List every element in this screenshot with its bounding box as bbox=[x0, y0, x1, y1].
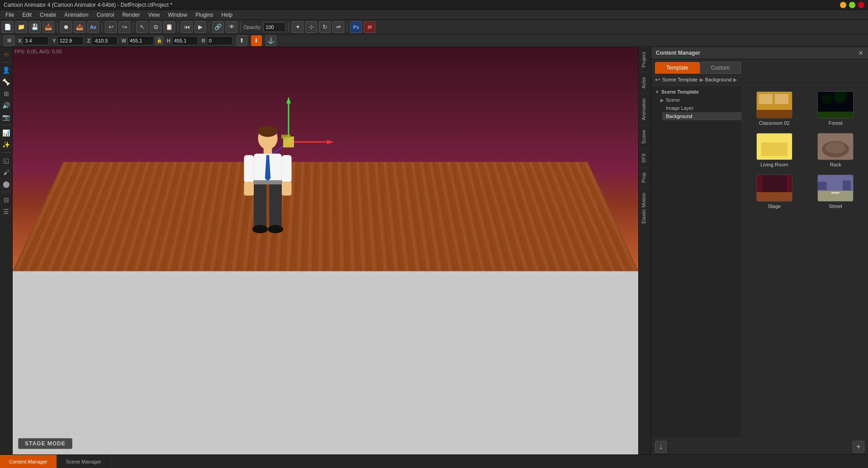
scene-manager-tab[interactable]: Scene Manager bbox=[57, 455, 111, 468]
breadcrumb-back-button[interactable]: ↩ bbox=[655, 76, 660, 83]
svg-rect-30 bbox=[761, 142, 787, 156]
mask-button[interactable]: ◱ bbox=[1, 155, 12, 166]
grid-label-stage: Stage bbox=[768, 203, 781, 209]
minimize-button[interactable] bbox=[840, 2, 846, 8]
r-input[interactable] bbox=[207, 36, 233, 45]
export-button[interactable]: 📤 bbox=[74, 21, 85, 33]
svg-rect-17 bbox=[282, 155, 292, 183]
play-button[interactable]: ▶ bbox=[194, 21, 206, 33]
grid-item-living-room[interactable]: Living Room bbox=[745, 131, 803, 169]
link-button[interactable]: 🔗 bbox=[212, 21, 224, 33]
tab-animation[interactable]: Animation bbox=[639, 93, 651, 125]
tree-background[interactable]: Background bbox=[662, 112, 741, 120]
mesh-button[interactable]: ⊞ bbox=[1, 88, 12, 99]
h-input[interactable] bbox=[172, 36, 198, 45]
content-manager-tab[interactable]: Content Manager bbox=[0, 455, 57, 468]
effects-button[interactable]: ✨ bbox=[1, 139, 12, 150]
ae-button[interactable]: Ae bbox=[87, 21, 99, 33]
z-input[interactable] bbox=[91, 36, 118, 45]
content-manager-panel: Content Manager ✕ Template Custom ↩ Scen… bbox=[651, 47, 868, 454]
paint-button[interactable]: 🖌 bbox=[1, 167, 12, 178]
template-tab[interactable]: Template bbox=[655, 62, 700, 74]
grid-items-container: Classroom 02 Forest bbox=[745, 90, 864, 211]
grid-item-rock[interactable]: Rock bbox=[807, 131, 865, 169]
menu-animation[interactable]: Animation bbox=[61, 11, 92, 19]
menu-window[interactable]: Window bbox=[164, 11, 191, 19]
lt-sep-4 bbox=[2, 192, 11, 192]
character-button[interactable]: 👤 bbox=[1, 65, 12, 76]
save-button[interactable]: 💾 bbox=[29, 21, 41, 33]
menu-render[interactable]: Render bbox=[119, 11, 143, 19]
grid-button[interactable]: ⊟ bbox=[1, 194, 12, 205]
y-input[interactable] bbox=[57, 36, 84, 45]
redo-button[interactable]: ↪ bbox=[119, 21, 130, 33]
w-input[interactable] bbox=[128, 36, 154, 45]
download-button[interactable]: ↓ bbox=[655, 441, 667, 453]
thumb-street bbox=[817, 175, 854, 202]
maximize-button[interactable] bbox=[849, 2, 855, 8]
tab-prop[interactable]: Prop bbox=[639, 167, 651, 187]
tree-scene-template[interactable]: ▼ Scene Template bbox=[651, 88, 741, 96]
m-button[interactable]: M bbox=[364, 21, 375, 33]
tab-actor[interactable]: Actor bbox=[639, 72, 651, 93]
menu-control[interactable]: Control bbox=[93, 11, 118, 19]
thumb-classroom02 bbox=[756, 91, 792, 118]
separator-1 bbox=[57, 23, 57, 32]
new-button[interactable]: 📄 bbox=[2, 21, 14, 33]
paste-button[interactable]: 📋 bbox=[163, 21, 175, 33]
close-window-button[interactable] bbox=[858, 2, 864, 8]
eye-button[interactable]: 👁 bbox=[226, 21, 237, 33]
transform-button[interactable]: ⊹ bbox=[305, 21, 317, 33]
move-button[interactable]: ✦ bbox=[292, 21, 304, 33]
layers-button[interactable]: ☰ bbox=[1, 206, 12, 217]
add-button[interactable]: + bbox=[853, 441, 864, 453]
import-button[interactable]: 📥 bbox=[43, 21, 54, 33]
menu-edit[interactable]: Edit bbox=[19, 11, 35, 19]
opacity-input[interactable] bbox=[263, 22, 286, 32]
camera-button[interactable]: 📷 bbox=[1, 112, 12, 123]
flip-button[interactable]: ⇌ bbox=[332, 21, 344, 33]
title-bar: Cartoon Animator 4 (Cartoon Animator 4-6… bbox=[0, 0, 868, 10]
content-tree: ▼ Scene Template ▶ Scene Image Layer Bac… bbox=[651, 86, 742, 438]
grid-item-stage[interactable]: Stage bbox=[745, 173, 803, 211]
grid-item-forest[interactable]: Forest bbox=[807, 90, 865, 128]
menu-help[interactable]: Help bbox=[218, 11, 236, 19]
bone-button[interactable]: 🦴 bbox=[1, 76, 12, 87]
record-button[interactable]: ⏺ bbox=[60, 21, 72, 33]
custom-tab[interactable]: Custom bbox=[700, 62, 741, 74]
audio-button[interactable]: 🔊 bbox=[1, 100, 12, 111]
ps-button[interactable]: Ps bbox=[350, 21, 362, 33]
grid-toggle[interactable]: ⊞ bbox=[4, 35, 14, 46]
lock-width-button[interactable]: 🔒 bbox=[155, 36, 163, 45]
undo-button[interactable]: ↩ bbox=[105, 21, 117, 33]
menu-plugins[interactable]: Plugins bbox=[192, 11, 217, 19]
menu-create[interactable]: Create bbox=[36, 11, 60, 19]
rotate-button[interactable]: ↻ bbox=[319, 21, 331, 33]
menu-view[interactable]: View bbox=[144, 11, 163, 19]
tree-image-layer[interactable]: Image Layer bbox=[662, 104, 741, 112]
content-manager-close-button[interactable]: ✕ bbox=[858, 49, 863, 57]
grid-item-classroom02[interactable]: Classroom 02 bbox=[745, 90, 803, 128]
viewport-grid bbox=[13, 271, 638, 454]
x-input[interactable] bbox=[23, 36, 49, 45]
tab-project[interactable]: Project bbox=[639, 47, 651, 72]
menu-file[interactable]: File bbox=[2, 11, 18, 19]
svg-rect-24 bbox=[775, 94, 788, 104]
table-button[interactable]: 📊 bbox=[1, 128, 12, 138]
align-top-button[interactable]: ⬆ bbox=[237, 35, 247, 46]
copy-button[interactable]: ⧉ bbox=[150, 21, 161, 33]
tree-scene[interactable]: ▶ Scene bbox=[657, 96, 741, 104]
prev-frame-button[interactable]: ⏮ bbox=[181, 21, 193, 33]
align-bottom-button[interactable]: ⬇ bbox=[251, 35, 262, 46]
tab-elastic-motion[interactable]: Elastic Motion bbox=[639, 188, 651, 228]
title-text: Cartoon Animator 4 (Cartoon Animator 4-6… bbox=[4, 2, 172, 8]
shape-button[interactable]: ⬤ bbox=[1, 179, 12, 189]
select-button[interactable]: ↖ bbox=[136, 21, 148, 33]
window-controls[interactable] bbox=[840, 2, 864, 8]
select-tool-button[interactable]: ⊹ bbox=[1, 49, 12, 60]
grid-item-street[interactable]: Street bbox=[807, 173, 865, 211]
tab-scene[interactable]: Scene bbox=[639, 125, 651, 148]
tab-sfx[interactable]: SFX bbox=[639, 148, 651, 167]
open-button[interactable]: 📁 bbox=[15, 21, 27, 33]
anchor-button[interactable]: ⚓ bbox=[266, 35, 276, 46]
